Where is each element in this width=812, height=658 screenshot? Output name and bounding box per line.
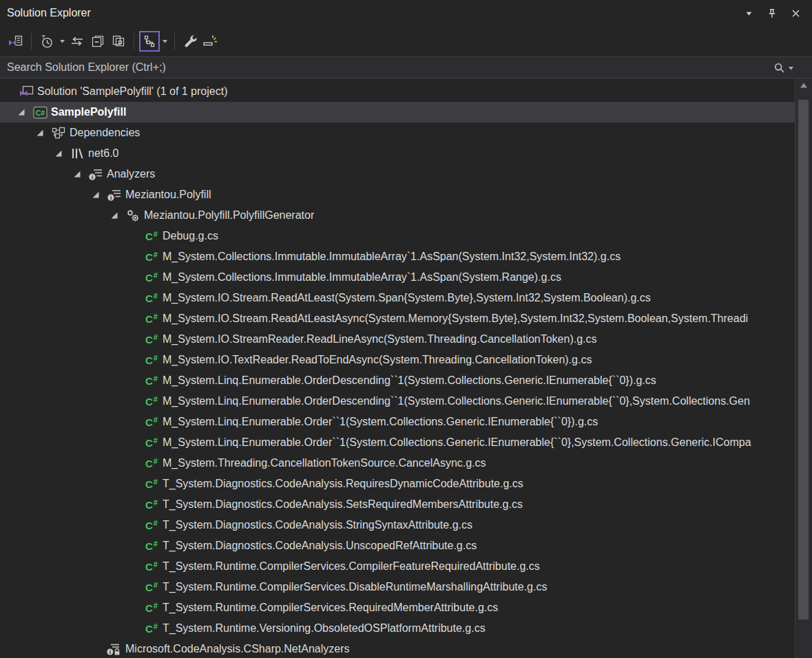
search-icon — [773, 62, 785, 74]
file-nesting-dropdown[interactable] — [160, 31, 169, 52]
tree-row[interactable]: C#T_System.Diagnostics.CodeAnalysis.Unsc… — [0, 535, 812, 556]
tree-row[interactable]: C#M_System.IO.StreamReader.ReadLineAsync… — [0, 329, 812, 350]
tree-item-label: M_System.IO.TextReader.ReadToEndAsync(Sy… — [163, 354, 592, 366]
dependencies-icon — [50, 127, 67, 139]
switch-views-button[interactable] — [6, 31, 26, 52]
expand-arrow[interactable] — [48, 151, 69, 157]
tree-row[interactable]: C#SamplePolyfill — [0, 102, 812, 123]
indent-spacer — [0, 443, 123, 443]
tree-item-label: T_System.Runtime.CompilerServices.Disabl… — [163, 581, 547, 593]
tree-item-label: M_System.IO.StreamReader.ReadLineAsync(S… — [163, 333, 597, 346]
expand-arrow[interactable] — [67, 171, 87, 178]
open-files-filter-dropdown[interactable] — [57, 31, 67, 52]
csproj-icon: C# — [32, 106, 48, 119]
expand-arrow[interactable] — [85, 192, 106, 198]
tree-row[interactable]: C#T_System.Runtime.CompilerServices.Disa… — [0, 577, 812, 597]
scrollbar-thumb[interactable] — [798, 100, 809, 619]
expanded-triangle-icon[interactable] — [74, 171, 81, 178]
csfile-icon: C# — [143, 478, 160, 490]
tree-row[interactable]: net6.0 — [0, 143, 812, 164]
tree-item-label: T_System.Diagnostics.CodeAnalysis.Unscop… — [163, 540, 477, 552]
scroll-up-button[interactable] — [795, 78, 812, 92]
tree-row[interactable]: C#T_System.Runtime.Versioning.ObsoletedO… — [0, 618, 812, 639]
indent-spacer — [0, 298, 123, 299]
tree-row[interactable]: C#M_System.Linq.Enumerable.Order``1(Syst… — [0, 432, 812, 453]
file-nesting-button[interactable] — [139, 31, 160, 52]
tree-row[interactable]: C#M_System.IO.Stream.ReadAtLeastAsync(Sy… — [0, 308, 812, 329]
indent-spacer — [0, 92, 18, 92]
analyzer-icon: i — [87, 168, 104, 181]
tree-row[interactable]: C#M_System.IO.Stream.ReadAtLeast(System.… — [0, 288, 812, 308]
expanded-triangle-icon[interactable] — [112, 213, 118, 219]
expanded-triangle-icon[interactable] — [56, 151, 62, 157]
csfile-icon: C# — [143, 458, 160, 469]
tree-row[interactable]: iMeziantou.Polyfill — [0, 184, 812, 205]
properties-button[interactable] — [180, 31, 200, 52]
tree-item-label: Meziantou.Polyfill.PolyfillGenerator — [144, 209, 314, 222]
tree-row[interactable]: C#M_System.Linq.Enumerable.OrderDescendi… — [0, 370, 812, 391]
tree-item-label: Solution 'SamplePolyfill' (1 of 1 projec… — [37, 85, 227, 98]
tree-row[interactable]: C#M_System.IO.TextReader.ReadToEndAsync(… — [0, 350, 812, 370]
tree-item-label: Debug.g.cs — [163, 230, 218, 242]
window-position-button[interactable] — [740, 5, 757, 21]
tree-row[interactable]: Dependencies — [0, 123, 812, 143]
tree-row[interactable]: C#M_System.Collections.Immutable.Immutab… — [0, 246, 812, 267]
indent-spacer — [0, 546, 123, 546]
toolbar — [0, 26, 812, 56]
expanded-triangle-icon[interactable] — [93, 192, 99, 198]
indent-spacer — [0, 153, 48, 154]
indent-spacer — [0, 566, 123, 567]
close-button[interactable] — [787, 5, 804, 21]
tree-item-label: M_System.Linq.Enumerable.Order``1(System… — [163, 416, 598, 428]
collapse-all-button[interactable] — [87, 31, 108, 52]
show-all-files-button[interactable] — [108, 31, 129, 52]
search-input[interactable] — [6, 61, 773, 74]
solution-explorer-panel: Solution Explorer Solution 'SamplePolyfi… — [0, 0, 812, 658]
expand-arrow[interactable] — [104, 213, 125, 219]
close-icon — [791, 8, 801, 19]
pin-button[interactable] — [764, 5, 780, 21]
csfile-icon: C# — [143, 602, 160, 614]
solution-icon — [18, 85, 34, 98]
tree-row[interactable]: C#T_System.Runtime.CompilerServices.Comp… — [0, 556, 812, 577]
indent-spacer — [0, 628, 123, 629]
tree-row[interactable]: iAnalyzers — [0, 164, 812, 184]
csfile-icon: C# — [143, 437, 160, 449]
tree-row[interactable]: C#M_System.Linq.Enumerable.Order``1(Syst… — [0, 412, 812, 432]
csfile-icon: C# — [143, 416, 160, 428]
vertical-scrollbar[interactable] — [795, 78, 812, 658]
sync-with-active-document-button[interactable] — [67, 31, 87, 52]
tree-row[interactable]: C#T_System.Diagnostics.CodeAnalysis.Stri… — [0, 515, 812, 535]
titlebar[interactable]: Solution Explorer — [0, 0, 812, 26]
open-files-filter-button[interactable] — [37, 31, 57, 52]
tree-item-label: T_System.Runtime.Versioning.ObsoletedOSP… — [163, 622, 486, 635]
indent-spacer — [0, 649, 85, 650]
indent-spacer — [0, 236, 123, 237]
tree-row[interactable]: C#M_System.Linq.Enumerable.OrderDescendi… — [0, 391, 812, 412]
expand-arrow[interactable] — [11, 109, 32, 116]
preview-selected-items-button[interactable] — [200, 31, 221, 52]
tree-row[interactable]: Meziantou.Polyfill.PolyfillGenerator — [0, 205, 812, 226]
tree-row[interactable]: C#T_System.Diagnostics.CodeAnalysis.Requ… — [0, 474, 812, 494]
expanded-triangle-icon[interactable] — [19, 109, 25, 116]
search-bar[interactable] — [0, 56, 812, 78]
tree-row[interactable]: C#M_System.Threading.CancellationTokenSo… — [0, 453, 812, 474]
tree-row[interactable]: iMicrosoft.CodeAnalysis.CSharp.NetAnalyz… — [0, 639, 812, 658]
pin-icon — [767, 8, 778, 19]
expanded-triangle-icon[interactable] — [37, 130, 43, 136]
tree-row[interactable]: Solution 'SamplePolyfill' (1 of 1 projec… — [0, 81, 812, 102]
tree-row[interactable]: C#Debug.g.cs — [0, 226, 812, 246]
tree-row[interactable]: C#M_System.Collections.Immutable.Immutab… — [0, 267, 812, 288]
tree-item-label: M_System.Linq.Enumerable.OrderDescending… — [163, 374, 656, 387]
csfile-icon: C# — [143, 623, 160, 635]
indent-spacer — [0, 360, 123, 361]
tree-item-label: Analyzers — [107, 168, 155, 180]
tree-row[interactable]: C#T_System.Diagnostics.CodeAnalysis.Sets… — [0, 494, 812, 515]
tree-row[interactable]: C#T_System.Runtime.CompilerServices.Requ… — [0, 597, 812, 618]
search-options-dropdown[interactable] — [788, 61, 794, 74]
panel-title: Solution Explorer — [7, 7, 91, 19]
tree-item-label: M_System.Linq.Enumerable.OrderDescending… — [163, 395, 750, 407]
expand-arrow[interactable] — [30, 130, 50, 136]
indent-spacer — [0, 505, 123, 505]
indent-spacer — [0, 463, 123, 464]
